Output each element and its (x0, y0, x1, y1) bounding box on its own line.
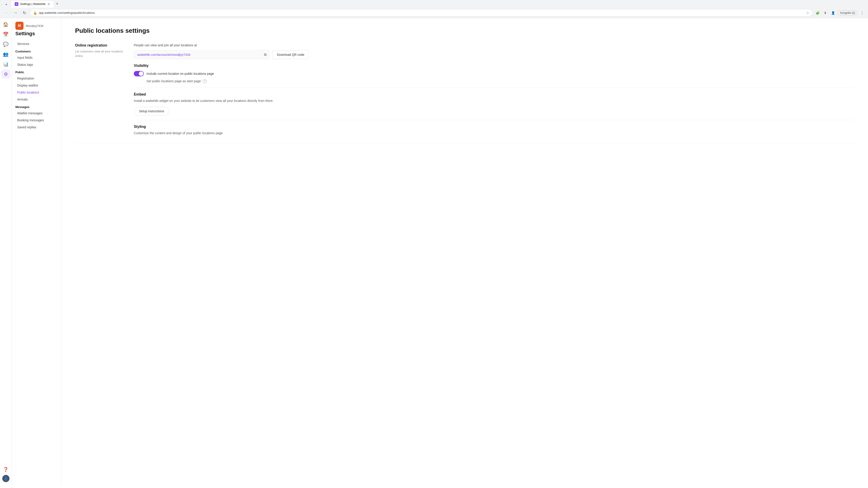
people-view-text: People can view and join all your locati… (134, 43, 855, 47)
extensions-btn[interactable]: 🧩 (814, 10, 821, 16)
sidebar-item-waitlist-messages[interactable]: Waitlist messages (13, 110, 59, 117)
section-right-online-reg: People can view and join all your locati… (134, 43, 855, 136)
sidebar-section-public: Public (12, 68, 61, 75)
start-page-text: Set public locations page as start page (147, 79, 201, 83)
sidebar-item-public-locations[interactable]: Public locations (13, 89, 59, 96)
url-box: waitwhile.com/accounts/moodjoy7434 ⧉ (134, 50, 270, 59)
sidebar-section-customers: Customers (12, 47, 61, 54)
toggle-knob (139, 71, 143, 76)
page-title: Public locations settings (75, 27, 855, 34)
sidebar-icon-settings[interactable]: ⚙ (1, 70, 10, 78)
download-qr-btn[interactable]: Download QR code (272, 51, 309, 59)
app-container: 🏠 📅 💬 👥 📊 ⚙ ❓ 👤 M Moodjoy7434 Settings S… (0, 18, 868, 486)
sidebar-item-booking-messages[interactable]: Booking messages (13, 117, 59, 124)
incognito-badge[interactable]: Incognito (2) (837, 10, 858, 15)
left-icon-bar: 🏠 📅 💬 👥 📊 ⚙ ❓ 👤 (0, 18, 12, 486)
address-bar[interactable]: 🔒 app.waitwhile.com/settings/public/loca… (30, 9, 813, 17)
tab-close-btn[interactable]: ✕ (48, 2, 50, 6)
toggle-row: Include current location on public locat… (134, 71, 855, 76)
profile-btn[interactable]: 👤 (830, 10, 836, 16)
tab-title: Settings | Waitwhile (20, 2, 46, 6)
styling-title: Styling (134, 125, 855, 129)
online-reg-title: Online registration (75, 43, 125, 47)
section-left-online-reg: Online registration Let customers view a… (75, 43, 125, 136)
sidebar-icon-help[interactable]: ❓ (1, 465, 10, 474)
divider-2 (134, 120, 855, 120)
account-name: Moodjoy7434 (26, 24, 43, 28)
sidebar-section-messages: Messages (12, 103, 61, 109)
sidebar-item-registration[interactable]: Registration (13, 75, 59, 82)
sidebar-header: M Moodjoy7434 Settings (12, 18, 61, 38)
sidebar-icon-chat[interactable]: 💬 (1, 40, 10, 49)
back-btn[interactable]: ← (3, 9, 10, 17)
reload-btn[interactable]: ↻ (21, 9, 28, 17)
online-reg-desc: Let customers view all your locations on… (75, 49, 125, 58)
sidebar-account: M Moodjoy7434 (16, 22, 58, 30)
sidebar-nav: Services Customers Input fields Status t… (12, 38, 61, 486)
toggle-label: Include current location on public locat… (147, 72, 214, 75)
start-page-help-icon[interactable]: ? (203, 79, 207, 83)
settings-title: Settings (16, 31, 58, 37)
sidebar-item-saved-replies[interactable]: Saved replies (13, 124, 59, 131)
bookmark-icon[interactable]: ☆ (806, 11, 809, 15)
styling-desc: Customize the content and design of your… (134, 131, 292, 135)
public-url-text: waitwhile.com/accounts/moodjoy7434 (134, 51, 261, 59)
sidebar-item-status-tags[interactable]: Status tags (13, 61, 59, 68)
browser-right-icons: 🧩 ⬇ 👤 Incognito (2) ⋮ (814, 10, 865, 16)
sidebar-item-services[interactable]: Services (13, 40, 59, 47)
url-display: app.waitwhile.com/settings/public/locati… (39, 11, 804, 14)
tab-dropdown-btn[interactable]: ▾ (3, 1, 9, 8)
new-tab-btn[interactable]: + (54, 1, 60, 7)
sidebar-icon-analytics[interactable]: 📊 (1, 60, 10, 69)
sidebar-item-arrivals[interactable]: Arrivals (13, 96, 59, 103)
embed-desc: Install a waitwhile widget on your websi… (134, 98, 292, 103)
sidebar-item-input-fields[interactable]: Input fields (13, 54, 59, 61)
start-page-row: Set public locations page as start page … (147, 79, 855, 83)
address-bar-row: ← → ↻ 🔒 app.waitwhile.com/settings/publi… (0, 8, 868, 18)
user-avatar[interactable]: 👤 (2, 475, 9, 482)
sidebar-icon-calendar[interactable]: 📅 (1, 30, 10, 39)
menu-btn[interactable]: ⋮ (859, 10, 865, 16)
browser-chrome: ▾ M Settings | Waitwhile ✕ + ← → ↻ 🔒 app… (0, 0, 868, 18)
online-registration-section: Online registration Let customers view a… (75, 43, 855, 143)
copy-url-btn[interactable]: ⧉ (261, 50, 270, 59)
tab-favicon: M (15, 2, 18, 6)
url-display-row: waitwhile.com/accounts/moodjoy7434 ⧉ Dow… (134, 50, 855, 59)
sidebar-icon-home[interactable]: 🏠 (1, 20, 10, 29)
browser-tab-active[interactable]: M Settings | Waitwhile ✕ (11, 0, 54, 8)
main-content: Public locations settings Online registr… (61, 18, 868, 486)
account-avatar: M (16, 22, 24, 30)
sidebar-icon-people[interactable]: 👥 (1, 50, 10, 59)
tab-bar: ▾ M Settings | Waitwhile ✕ + (0, 0, 868, 8)
forward-btn[interactable]: → (12, 9, 19, 17)
setup-instructions-btn[interactable]: Setup instructions (134, 107, 169, 116)
sidebar: M Moodjoy7434 Settings Services Customer… (12, 18, 61, 486)
visibility-label: Visibility (134, 64, 855, 68)
sidebar-item-display-waitlist[interactable]: Display waitlist (13, 82, 59, 89)
include-location-toggle[interactable] (134, 71, 144, 76)
embed-title: Embed (134, 92, 855, 96)
downloads-btn[interactable]: ⬇ (822, 10, 829, 16)
divider-1 (134, 88, 855, 88)
